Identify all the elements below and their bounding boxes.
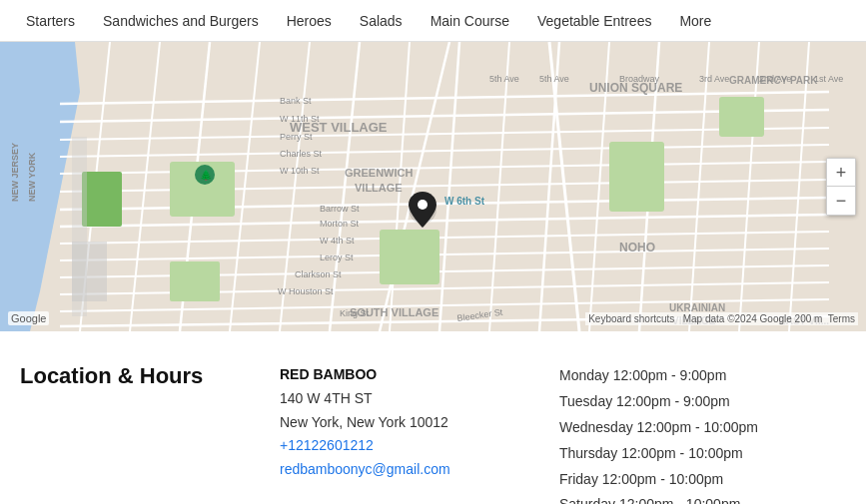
restaurant-name: RED BAMBOO — [280, 363, 559, 387]
svg-rect-75 — [72, 242, 107, 301]
svg-rect-35 — [719, 97, 764, 137]
hours-row: Thursday 12:00pm - 10:00pm — [559, 441, 758, 467]
address-line2: New York, New York 10012 — [280, 411, 559, 435]
svg-text:SOUTH VILLAGE: SOUTH VILLAGE — [350, 306, 438, 318]
svg-text:VILLAGE: VILLAGE — [355, 182, 403, 194]
address-line1: 140 W 4TH ST — [280, 387, 559, 411]
svg-text:1st Ave: 1st Ave — [814, 74, 843, 84]
svg-text:W 4th St: W 4th St — [320, 236, 355, 246]
location-details: RED BAMBOO 140 W 4TH ST New York, New Yo… — [280, 363, 559, 504]
svg-rect-33 — [380, 230, 439, 284]
zoom-in-button[interactable]: + — [827, 159, 855, 187]
nav-item-main-course[interactable]: Main Course — [417, 0, 523, 42]
nav-item-salads[interactable]: Salads — [346, 0, 417, 42]
map-container: Bank St W 11th St Perry St Charles St W … — [0, 42, 866, 331]
svg-text:Broadway: Broadway — [619, 74, 660, 84]
main-navigation: StartersSandwiches and BurgersHeroesSala… — [0, 0, 866, 42]
svg-rect-38 — [170, 261, 220, 301]
svg-text:WEST VILLAGE: WEST VILLAGE — [290, 120, 388, 135]
svg-text:3rd Ave: 3rd Ave — [699, 74, 729, 84]
svg-text:W Houston St: W Houston St — [278, 286, 334, 296]
svg-text:Leroy St: Leroy St — [320, 252, 354, 262]
svg-rect-37 — [82, 172, 122, 227]
hours-row: Saturday 12:00pm - 10:00pm — [559, 492, 758, 504]
zoom-out-button[interactable]: − — [827, 187, 855, 215]
map-attribution: Keyboard shortcuts Map data ©2024 Google… — [585, 312, 858, 325]
nav-item-starters[interactable]: Starters — [12, 0, 89, 42]
svg-rect-34 — [609, 142, 664, 212]
svg-text:NEW YORK: NEW YORK — [27, 152, 37, 202]
phone-link[interactable]: +12122601212 — [280, 434, 559, 458]
email-link[interactable]: redbamboonyc@gmail.com — [280, 458, 559, 482]
map-zoom-controls: + − — [826, 158, 856, 216]
svg-text:5th Ave: 5th Ave — [539, 74, 569, 84]
location-hours-section: Location & Hours RED BAMBOO 140 W 4TH ST… — [0, 331, 866, 504]
google-logo: Google — [8, 311, 49, 325]
svg-text:Clarkson St: Clarkson St — [295, 269, 342, 279]
hours-section: Monday 12:00pm - 9:00pmTuesday 12:00pm -… — [559, 363, 758, 504]
svg-point-77 — [418, 200, 428, 210]
nav-item-vegetable-entrees[interactable]: Vegetable Entrees — [523, 0, 665, 42]
hours-row: Tuesday 12:00pm - 9:00pm — [559, 389, 758, 415]
hours-row: Friday 12:00pm - 10:00pm — [559, 467, 758, 493]
hours-row: Monday 12:00pm - 9:00pm — [559, 363, 758, 389]
svg-text:W 10th St: W 10th St — [280, 166, 320, 176]
nav-item-more[interactable]: More — [665, 0, 725, 42]
hours-row: Wednesday 12:00pm - 10:00pm — [559, 415, 758, 441]
svg-text:W 6th St: W 6th St — [444, 196, 485, 207]
svg-text:NEW JERSEY: NEW JERSEY — [10, 143, 20, 202]
svg-text:Morton St: Morton St — [320, 219, 360, 229]
svg-text:Bank St: Bank St — [280, 96, 312, 106]
svg-text:NOHO: NOHO — [619, 241, 655, 254]
section-title: Location & Hours — [20, 363, 280, 504]
svg-text:GREENWICH: GREENWICH — [345, 167, 414, 179]
svg-text:Barrow St: Barrow St — [320, 204, 360, 214]
svg-text:🌲: 🌲 — [200, 169, 213, 182]
nav-item-heroes[interactable]: Heroes — [273, 0, 346, 42]
svg-text:5th Ave: 5th Ave — [489, 74, 519, 84]
nav-item-sandwiches[interactable]: Sandwiches and Burgers — [89, 0, 273, 42]
svg-text:Charles St: Charles St — [280, 149, 323, 159]
svg-text:2nd Ave: 2nd Ave — [759, 74, 791, 84]
